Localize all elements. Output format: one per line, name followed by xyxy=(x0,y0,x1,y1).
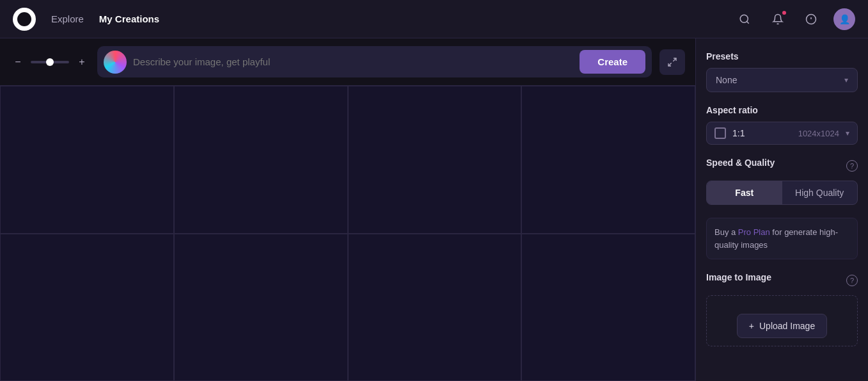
canvas-area: − + Create xyxy=(0,38,695,381)
search-icon xyxy=(739,13,750,25)
presets-title: Presets xyxy=(706,51,858,61)
main-layout: − + Create xyxy=(0,38,868,381)
nav-icons: 👤 xyxy=(734,8,855,30)
presets-dropdown[interactable]: None ▾ xyxy=(706,68,858,92)
grid-cell-8 xyxy=(521,234,695,382)
chevron-down-icon: ▾ xyxy=(844,76,848,85)
expand-icon xyxy=(667,57,677,67)
speed-quality-help-icon[interactable]: ? xyxy=(846,160,858,172)
aspect-ratio-section: Aspect ratio 1:1 1024x1024 ▾ xyxy=(706,105,858,145)
image-grid xyxy=(0,85,695,381)
aspect-label: 1:1 xyxy=(732,128,792,138)
presets-section: Presets None ▾ xyxy=(706,51,858,92)
search-icon-btn[interactable] xyxy=(734,8,755,30)
grid-cell-5 xyxy=(0,234,174,382)
navbar: Explore My Creations 👤 xyxy=(0,0,868,38)
zoom-control: − + xyxy=(10,54,90,70)
upload-label: Upload Image xyxy=(759,321,815,331)
toolbar: − + Create xyxy=(0,38,695,85)
zoom-thumb[interactable] xyxy=(46,58,54,66)
svg-line-6 xyxy=(668,63,672,66)
speed-quality-header: Speed & Quality ? xyxy=(706,158,858,174)
alerts-icon-btn[interactable] xyxy=(800,8,822,30)
grid-cell-6 xyxy=(174,234,348,382)
quality-toggle: Fast High Quality xyxy=(706,181,858,205)
logo[interactable] xyxy=(13,8,36,31)
nav-explore[interactable]: Explore xyxy=(51,11,84,27)
pro-plan-link[interactable]: Pro Plan xyxy=(738,227,770,237)
high-quality-button[interactable]: High Quality xyxy=(782,181,858,204)
aspect-checkbox[interactable] xyxy=(714,127,726,139)
img2img-title: Image to Image xyxy=(706,272,771,282)
pro-notice-text: Buy a xyxy=(714,227,738,237)
zoom-out-button[interactable]: − xyxy=(10,54,26,70)
avatar[interactable]: 👤 xyxy=(833,8,855,30)
img2img-help-icon[interactable]: ? xyxy=(846,275,858,286)
img2img-section: Image to Image ? + Upload Image xyxy=(706,272,858,346)
svg-point-0 xyxy=(740,15,748,22)
aspect-ratio-title: Aspect ratio xyxy=(706,105,858,115)
grid-cell-3 xyxy=(348,86,522,234)
grid-cell-1 xyxy=(0,86,174,234)
alert-icon xyxy=(805,13,817,25)
notification-badge xyxy=(781,10,787,16)
nav-my-creations[interactable]: My Creations xyxy=(99,11,159,27)
speed-quality-section: Speed & Quality ? Fast High Quality xyxy=(706,158,858,205)
upload-plus-icon: + xyxy=(749,321,754,331)
pro-notice: Buy a Pro Plan for generate high-quality… xyxy=(706,218,858,259)
upload-area[interactable]: + Upload Image xyxy=(706,295,858,346)
create-button[interactable]: Create xyxy=(580,50,645,74)
img2img-header: Image to Image ? xyxy=(706,272,858,289)
expand-button[interactable] xyxy=(659,49,685,75)
zoom-slider[interactable] xyxy=(31,61,69,63)
aspect-ratio-row[interactable]: 1:1 1024x1024 ▾ xyxy=(706,122,858,145)
prompt-bar: Create xyxy=(97,46,652,77)
right-sidebar: Presets None ▾ Aspect ratio 1:1 1024x102… xyxy=(695,38,868,381)
zoom-in-button[interactable]: + xyxy=(74,54,90,70)
fast-button[interactable]: Fast xyxy=(707,181,782,204)
logo-inner xyxy=(17,12,31,26)
aspect-resolution: 1024x1024 xyxy=(798,129,839,138)
svg-line-5 xyxy=(673,58,676,61)
grid-cell-7 xyxy=(348,234,522,382)
speed-quality-title: Speed & Quality xyxy=(706,158,775,168)
prompt-icon xyxy=(104,51,127,74)
upload-image-button[interactable]: + Upload Image xyxy=(737,314,827,338)
svg-line-1 xyxy=(746,21,748,23)
grid-cell-2 xyxy=(174,86,348,234)
presets-value: None xyxy=(716,75,737,85)
prompt-input[interactable] xyxy=(133,56,573,67)
grid-cell-4 xyxy=(521,86,695,234)
aspect-chevron-icon: ▾ xyxy=(846,129,849,138)
notification-icon-btn[interactable] xyxy=(767,8,789,30)
